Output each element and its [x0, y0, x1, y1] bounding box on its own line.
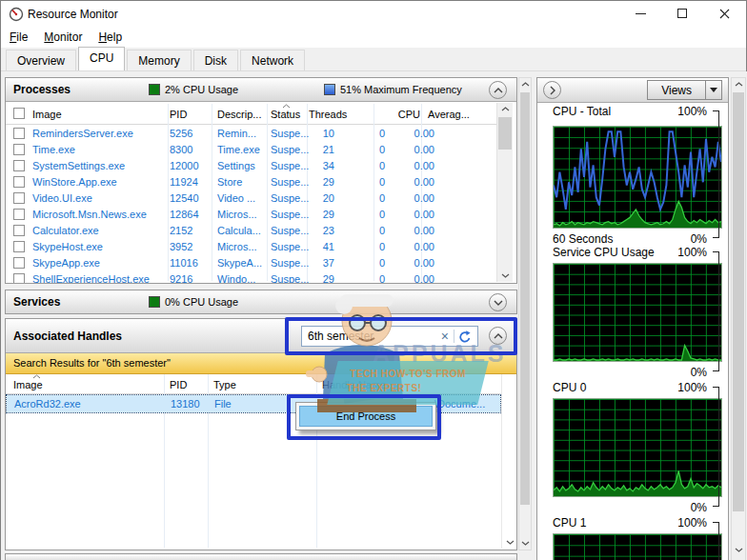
scroll-up-icon[interactable] — [519, 78, 531, 90]
expand-panel-button[interactable] — [543, 81, 561, 99]
process-checkbox[interactable] — [13, 209, 25, 220]
cell-cpu: 0 — [344, 273, 385, 283]
processes-collapse-button[interactable] — [489, 81, 507, 99]
cell-pid: 2152 — [170, 225, 192, 236]
select-all-checkbox[interactable] — [13, 108, 25, 119]
scroll-down-icon[interactable] — [502, 536, 517, 549]
cell-threads: 23 — [287, 225, 334, 236]
close-button[interactable] — [703, 1, 745, 26]
process-row[interactable]: Time.exe8300Time.exeSuspe...2100.00 — [6, 142, 500, 158]
tab-memory[interactable]: Memory — [127, 50, 191, 70]
column-cpu[interactable]: CPU — [377, 109, 420, 120]
process-checkbox[interactable] — [13, 144, 25, 155]
cell-image: Video.UI.exe — [32, 192, 92, 204]
process-row[interactable]: SystemSettings.exe12000SettingsSuspe...3… — [6, 158, 500, 174]
scroll-down-icon[interactable] — [732, 544, 745, 556]
scrollbar-thumb[interactable] — [733, 92, 744, 511]
minimize-button[interactable] — [619, 1, 661, 26]
process-checkbox[interactable] — [13, 257, 25, 269]
process-checkbox[interactable] — [13, 273, 25, 283]
process-row[interactable]: WinStore.App.exe11924StoreSuspe...2900.0… — [6, 174, 500, 190]
graph-max-label: 100% — [677, 516, 707, 530]
process-checkbox[interactable] — [13, 225, 25, 236]
graphs-panel-header: Views — [537, 78, 728, 103]
maximize-button[interactable] — [661, 1, 703, 26]
tab-cpu[interactable]: CPU — [78, 47, 125, 70]
handles-scrollbar[interactable] — [501, 374, 517, 549]
tab-disk[interactable]: Disk — [193, 50, 238, 70]
process-row[interactable]: Video.UI.exe12540Video ...Suspe...2000.0… — [6, 190, 500, 207]
cell-average: 0.00 — [387, 241, 434, 252]
process-row[interactable]: ShellExperienceHost.exe9216Windo...Suspe… — [6, 271, 500, 283]
column-description[interactable]: Descrip... — [217, 109, 261, 120]
menu-file[interactable]: File — [10, 30, 28, 44]
graph-cpu-1: CPU 1 100% — [537, 516, 728, 560]
process-checkbox[interactable] — [13, 128, 25, 139]
column-threads[interactable]: Threads — [309, 109, 347, 120]
column-status[interactable]: Status — [271, 109, 300, 120]
scrollbar-thumb[interactable] — [520, 92, 530, 505]
cell-description: Micros... — [217, 209, 257, 220]
scroll-up-icon[interactable] — [732, 78, 745, 90]
left-panel-scrollbar[interactable] — [518, 77, 532, 550]
cell-cpu: 0 — [344, 209, 385, 220]
handle-name: \Docume... — [434, 398, 485, 410]
window-title: Resource Monitor — [28, 8, 118, 21]
column-image[interactable]: Image — [13, 379, 43, 390]
graph-time-label: 60 Seconds — [553, 232, 613, 246]
process-row[interactable]: Calculator.exe2152Calcula...Suspe...2300… — [6, 223, 500, 239]
process-row[interactable]: SkypeHost.exe3952Micros...Suspe...4100.0… — [6, 239, 500, 255]
column-pid[interactable]: PID — [170, 109, 187, 120]
process-row[interactable]: Microsoft.Msn.News.exe12864Micros...Susp… — [6, 207, 500, 223]
cell-cpu: 0 — [344, 192, 385, 204]
cell-pid: 5256 — [170, 128, 192, 139]
graph-title: CPU - Total — [553, 105, 611, 118]
scroll-down-icon[interactable] — [519, 537, 531, 550]
services-expand-button[interactable] — [489, 293, 507, 311]
cell-description: Time.exe — [217, 144, 260, 155]
graph-max-label: 100% — [677, 105, 707, 118]
scrollbar-thumb[interactable] — [498, 117, 512, 150]
cell-threads: 29 — [287, 176, 334, 188]
column-type[interactable]: Type — [213, 379, 236, 390]
process-checkbox[interactable] — [13, 241, 25, 252]
search-results-banner: Search Results for "6th semester" — [6, 353, 516, 374]
column-image[interactable]: Image — [32, 109, 62, 120]
cell-image: SkypeApp.exe — [32, 257, 100, 269]
menu-monitor[interactable]: Monitor — [44, 30, 82, 44]
cell-description: Micros... — [217, 241, 257, 252]
cell-pid: 11016 — [170, 257, 198, 269]
cell-threads: 34 — [287, 160, 334, 171]
cell-image: RemindersServer.exe — [32, 128, 133, 139]
cell-description: Windo... — [217, 273, 255, 283]
views-dropdown-arrow-icon[interactable] — [705, 81, 721, 99]
column-pid[interactable]: PID — [170, 379, 187, 390]
graphs-panel-scrollbar[interactable] — [731, 77, 746, 560]
menu-help[interactable]: Help — [98, 30, 122, 44]
cpu-usage-swatch — [149, 84, 160, 95]
cell-pid: 12540 — [170, 192, 199, 204]
cell-image: Calculator.exe — [32, 225, 99, 236]
column-average[interactable]: Averag... — [428, 109, 470, 120]
column-handle-name[interactable]: Handle Name — [322, 379, 386, 390]
cell-pid: 9216 — [170, 273, 192, 283]
cell-cpu: 0 — [344, 128, 385, 139]
process-checkbox[interactable] — [13, 176, 25, 188]
graph-plot-area — [553, 398, 722, 497]
cell-average: 0.00 — [387, 160, 434, 171]
process-checkbox[interactable] — [13, 160, 25, 171]
process-row[interactable]: SkypeApp.exe11016SkypeA...Suspe...3700.0… — [6, 255, 500, 271]
processes-scrollbar[interactable] — [496, 103, 513, 282]
tab-overview[interactable]: Overview — [6, 50, 76, 70]
views-button[interactable]: Views — [647, 80, 722, 100]
scroll-up-icon[interactable] — [497, 103, 513, 115]
cell-average: 0.00 — [387, 144, 434, 155]
scroll-down-icon[interactable] — [497, 270, 513, 282]
cell-cpu: 0 — [344, 160, 385, 171]
process-row[interactable]: RemindersServer.exe5256Remin...Suspe...1… — [6, 126, 500, 142]
cpu-usage-label: 2% CPU Usage — [165, 84, 238, 95]
tab-network[interactable]: Network — [240, 50, 305, 70]
process-checkbox[interactable] — [13, 192, 25, 204]
processes-header: Processes 2% CPU Usage 51% Maximum Frequ… — [6, 78, 516, 102]
cell-description: Calcula... — [217, 225, 261, 236]
